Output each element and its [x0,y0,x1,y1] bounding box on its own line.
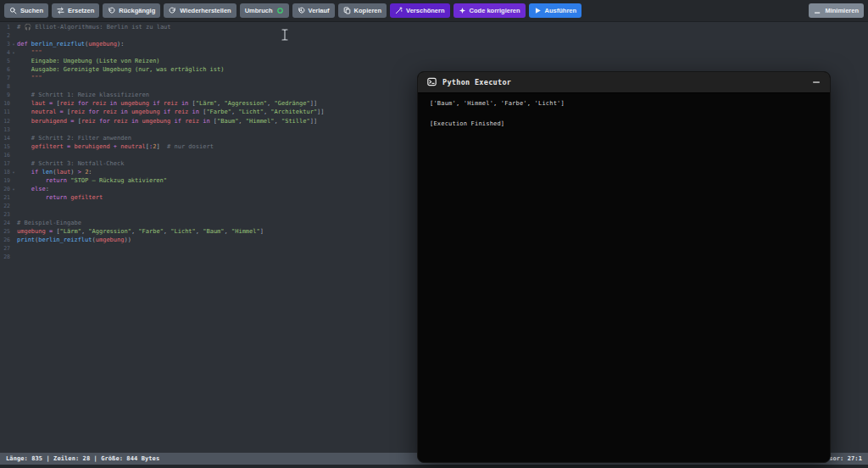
line-number: 6 [0,65,10,74]
python-executor-panel: Python Executor ['Baum', 'Himmel', 'Farb… [417,71,831,463]
fold-spacer [10,91,17,99]
code-line-3: 3▾def berlin_reizflut(umgebung): [0,40,868,48]
executor-output-line [430,109,818,119]
line-number: 16 [0,151,10,159]
line-number: 18 [0,168,10,176]
line-number: 11 [0,108,10,116]
play-icon [534,7,542,14]
fold-spacer [10,65,17,74]
button-label: Verlauf [309,7,330,14]
terminal-icon [427,75,437,90]
history-icon [298,7,305,14]
line-number: 22 [0,202,10,210]
line-number: 28 [0,253,10,261]
line-number: 25 [0,227,10,236]
line-number: 17 [0,159,10,168]
line-number: 3 [0,40,10,48]
fold-spacer [10,134,17,142]
replace-icon [57,7,64,14]
verschoenern-button[interactable]: Verschönern [390,3,449,18]
fold-spacer [10,57,17,65]
executor-header[interactable]: Python Executor [418,72,830,93]
line-number: 27 [0,244,10,253]
line-number: 13 [0,125,10,134]
executor-minimize-button[interactable] [812,76,821,89]
code-text: def berlin_reizflut(umgebung): [17,40,868,48]
minimieren-button[interactable]: Minimieren [809,3,864,18]
fold-spacer [10,125,17,134]
fold-spacer [10,253,17,261]
wand-icon [395,7,403,14]
line-number: 15 [0,142,10,151]
line-number: 10 [0,99,10,108]
code-text: """ [17,48,868,57]
copy-icon [343,7,351,14]
button-label: Ersetzen [68,7,94,14]
line-number: 20 [0,185,10,193]
ausfuehren-button[interactable]: Ausführen [529,3,582,18]
fold-spacer [10,159,17,168]
line-number: 12 [0,117,10,125]
fold-arrow-icon[interactable]: ▾ [10,185,17,193]
button-label: Wiederherstellen [180,7,231,14]
line-number: 9 [0,91,10,99]
code-text [17,31,868,40]
line-number: 2 [0,31,10,40]
toolbar: SuchenErsetzenRückgängigWiederherstellen… [0,0,868,22]
fold-spacer [10,108,17,116]
button-label: Code korrigieren [470,7,520,14]
search-icon [9,7,17,14]
ersetzen-button[interactable]: Ersetzen [52,3,99,18]
line-number: 4 [0,48,10,57]
button-label: Umbruch [245,7,273,14]
verlauf-button[interactable]: Verlauf [292,3,335,18]
umbruch-button[interactable]: Umbruch [240,3,289,18]
line-number: 7 [0,74,10,82]
line-number: 5 [0,57,10,65]
line-number: 21 [0,193,10,202]
fold-arrow-icon[interactable]: ▾ [10,40,17,48]
fold-arrow-icon[interactable]: ▾ [10,168,17,176]
button-label: Verschönern [406,7,444,14]
line-number: 1 [0,23,10,31]
fold-spacer [10,74,17,82]
button-label: Minimieren [825,7,859,14]
undo-icon [108,7,115,14]
line-number: 14 [0,134,10,142]
line-number: 19 [0,176,10,185]
fold-spacer [10,202,17,210]
text-cursor-pointer [281,29,288,44]
button-label: Ausführen [545,7,577,14]
button-label: Rückgängig [119,7,155,14]
code-line-4: 4▾ """ [0,48,868,57]
kopieren-button[interactable]: Kopieren [338,3,387,18]
line-number: 23 [0,210,10,219]
minimize-icon [814,7,821,14]
fold-spacer [10,82,17,91]
fold-spacer [10,31,17,40]
code-line-2: 2 [0,31,868,40]
button-label: Suchen [20,7,43,14]
suchen-button[interactable]: Suchen [4,3,48,18]
fold-spacer [10,210,17,219]
wiederherstellen-button[interactable]: Wiederherstellen [164,3,236,18]
executor-title: Python Executor [442,78,511,86]
fold-arrow-icon[interactable]: ▾ [10,48,17,57]
fold-spacer [10,142,17,151]
line-number: 26 [0,236,10,244]
executor-output-line: [Execution Finished] [430,119,818,129]
code-line-1: 1# 🎧 Elliot-Algorithmus: Berlin ist zu l… [0,23,868,31]
fold-spacer [10,236,17,244]
fold-spacer [10,227,17,236]
fold-spacer [10,219,17,227]
line-number: 24 [0,219,10,227]
line-number: 8 [0,82,10,91]
fold-spacer [10,244,17,253]
code-korrigieren-button[interactable]: Code korrigieren [453,3,526,18]
fold-spacer [10,23,17,31]
code-text: Eingabe: Umgebung (Liste von Reizen) [17,57,868,65]
sparkle-icon [459,7,466,14]
button-label: Kopieren [354,7,382,14]
rueckgaengig-button[interactable]: Rückgängig [103,3,160,18]
fold-spacer [10,117,17,125]
